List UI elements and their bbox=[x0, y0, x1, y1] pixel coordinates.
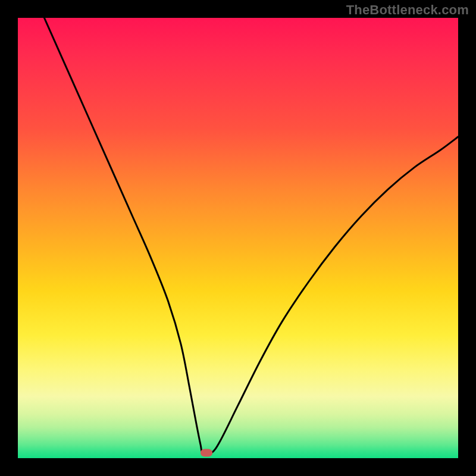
chart-frame: TheBottleneck.com bbox=[0, 0, 476, 476]
plot-area bbox=[18, 18, 458, 458]
trough-marker bbox=[201, 449, 212, 457]
watermark-text: TheBottleneck.com bbox=[346, 2, 469, 18]
bottleneck-curve bbox=[44, 18, 458, 454]
curve-svg bbox=[18, 18, 458, 458]
